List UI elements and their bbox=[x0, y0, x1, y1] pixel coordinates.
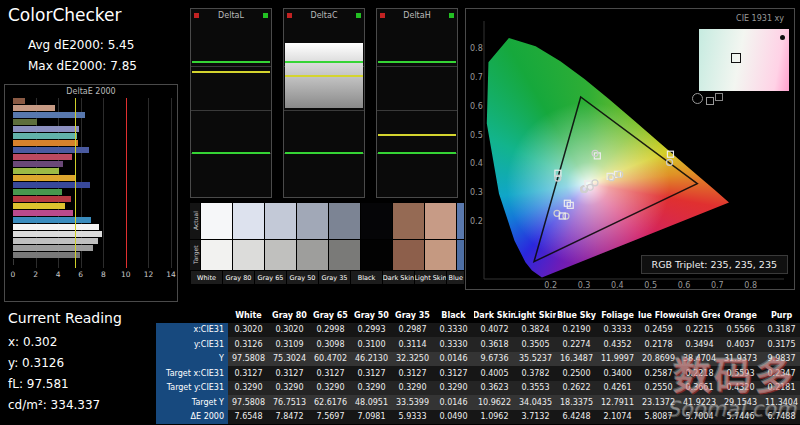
table-cell: 0.2190 bbox=[556, 323, 597, 338]
table-cell: 2.1074 bbox=[597, 410, 638, 425]
table-cell: 0.3290 bbox=[433, 381, 474, 396]
table-cell: 5.7004 bbox=[679, 410, 720, 425]
table-cell: 0.3175 bbox=[761, 337, 800, 352]
meter-body bbox=[284, 22, 364, 197]
svg-text:0.2: 0.2 bbox=[470, 217, 483, 226]
de-bar bbox=[13, 231, 102, 237]
axis-tick: 14 bbox=[166, 270, 176, 279]
actual-swatch bbox=[329, 203, 360, 239]
measurement-points bbox=[554, 150, 673, 219]
column-header: Bluish Green bbox=[679, 308, 720, 323]
table-cell: 0.2274 bbox=[556, 337, 597, 352]
row-label: Target Y bbox=[156, 395, 228, 410]
row-label: Target y:CIE31 bbox=[156, 381, 228, 396]
table-cell: 5.8087 bbox=[638, 410, 679, 425]
table-cell: 12.7911 bbox=[597, 395, 638, 410]
table-cell: 38.4704 bbox=[679, 352, 720, 367]
table-cell: 0.4005 bbox=[474, 366, 515, 381]
table-cell: 7.8472 bbox=[269, 410, 310, 425]
de-bar-row bbox=[13, 252, 171, 259]
table-cell: 0.4037 bbox=[720, 337, 761, 352]
segment-divider bbox=[377, 110, 457, 111]
column-header: Dark Skin bbox=[474, 308, 515, 323]
column-header: White bbox=[228, 308, 269, 323]
table-cell: 0.3661 bbox=[679, 381, 720, 396]
table-cell: 46.2130 bbox=[351, 352, 392, 367]
actual-swatch bbox=[361, 203, 392, 239]
target-line bbox=[378, 61, 456, 63]
target-swatch bbox=[425, 240, 456, 270]
table-cell: 11.3404 bbox=[761, 395, 800, 410]
meter-header: DeltaL bbox=[191, 9, 271, 22]
meter-header: DeltaH bbox=[377, 9, 457, 22]
table-cell: 75.3024 bbox=[269, 352, 310, 367]
table-cell: 7.6548 bbox=[228, 410, 269, 425]
de-bar-row bbox=[13, 231, 171, 238]
table-cell: 0.5593 bbox=[720, 366, 761, 381]
minus-marker-icon bbox=[194, 13, 199, 18]
bar-chart-title: DeltaE 2000 bbox=[5, 85, 177, 98]
target-swatch bbox=[457, 240, 464, 270]
page-title: ColorChecker bbox=[8, 5, 122, 25]
swatch-panel: Actual Target WhiteGray 80Gray 65Gray 50… bbox=[190, 203, 464, 290]
svg-text:0.3: 0.3 bbox=[578, 281, 591, 290]
de-bar-row bbox=[13, 154, 171, 161]
colorchecker-screen: ColorChecker Avg dE2000: 5.45 Max dE2000… bbox=[0, 0, 800, 425]
swatch-row-target: Target bbox=[190, 240, 464, 270]
delta-c-meter: DeltaC bbox=[283, 8, 365, 198]
table-cell: 32.3250 bbox=[392, 352, 433, 367]
svg-text:0.5: 0.5 bbox=[470, 131, 483, 140]
limit-reference-line bbox=[126, 98, 127, 268]
de-bar bbox=[13, 245, 93, 251]
delta-meters: DeltaL DeltaC bbox=[190, 8, 458, 198]
de-bar bbox=[13, 210, 73, 216]
table-cell: 0.3127 bbox=[392, 366, 433, 381]
column-header: Black bbox=[433, 308, 474, 323]
column-header: Gray 35 bbox=[392, 308, 433, 323]
de-bar bbox=[13, 105, 55, 111]
table-cell: 0.3187 bbox=[761, 323, 800, 338]
table-cell: 76.7513 bbox=[269, 395, 310, 410]
table-cell: 0.3290 bbox=[351, 381, 392, 396]
delta-e-bar-chart: DeltaE 2000 02468101214 bbox=[4, 84, 178, 302]
cie-chart-title: CIE 1931 xy bbox=[736, 14, 784, 23]
delta-h-meter: DeltaH bbox=[376, 8, 458, 198]
swatch-row-names: WhiteGray 80Gray 65Gray 50Gray 35BlackDa… bbox=[190, 271, 464, 284]
table-cell: 0.5566 bbox=[720, 323, 761, 338]
de-bar-row bbox=[13, 98, 171, 105]
table-cell: 0.4320 bbox=[720, 381, 761, 396]
table-cell: 31.9373 bbox=[720, 352, 761, 367]
column-header: Purp bbox=[761, 308, 800, 323]
segment-divider bbox=[191, 110, 271, 111]
de-bar-row bbox=[13, 133, 171, 140]
de-bar bbox=[13, 126, 79, 132]
table-cell: 3.7132 bbox=[515, 410, 556, 425]
svg-text:0.4: 0.4 bbox=[611, 281, 624, 290]
de-bar bbox=[13, 189, 62, 195]
table-cell: 35.5237 bbox=[515, 352, 556, 367]
table-header-row: WhiteGray 80Gray 65Gray 50Gray 35BlackDa… bbox=[156, 308, 800, 323]
warning-line bbox=[285, 75, 363, 77]
row-label: Target x:CIE31 bbox=[156, 366, 228, 381]
table-row: Target x:CIE310.31270.31270.31270.31270.… bbox=[156, 366, 800, 381]
column-header: Orange bbox=[720, 308, 761, 323]
swatch-name: Light Skin bbox=[415, 271, 446, 284]
table-cell: 0.3782 bbox=[515, 366, 556, 381]
actual-swatch bbox=[457, 203, 464, 239]
current-reading-title: Current Reading bbox=[8, 310, 153, 326]
table-cell: 11.9997 bbox=[597, 352, 638, 367]
table-row: x:CIE310.30200.30200.29980.29930.29870.3… bbox=[156, 323, 800, 338]
de-bar-row bbox=[13, 203, 171, 210]
axis-tick: 0 bbox=[11, 270, 16, 279]
table-cell: 0.3127 bbox=[269, 366, 310, 381]
table-cell: 0.3020 bbox=[228, 323, 269, 338]
table-cell: 0.2622 bbox=[556, 381, 597, 396]
table-cell: 6.7488 bbox=[761, 410, 800, 425]
de-bar-row bbox=[13, 238, 171, 245]
table-row: Target y:CIE310.32900.32900.32900.32900.… bbox=[156, 381, 800, 396]
table-row: ΔE 20007.65487.84727.56977.09815.93330.0… bbox=[156, 410, 800, 425]
table-cell: 0.3114 bbox=[392, 337, 433, 352]
table-cell: 0.3623 bbox=[474, 381, 515, 396]
avg-de2000-readout: Avg dE2000: 5.45 bbox=[28, 38, 134, 52]
svg-text:0.3: 0.3 bbox=[470, 188, 483, 197]
